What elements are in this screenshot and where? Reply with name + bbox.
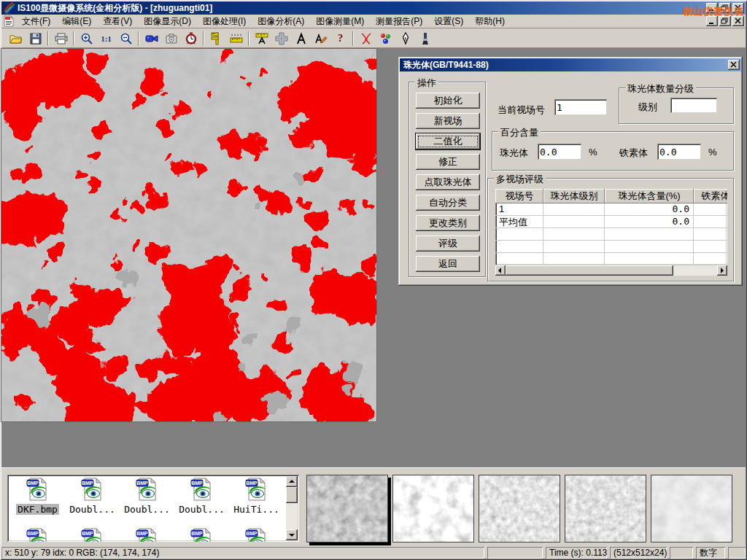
file-item[interactable]: BMP	[229, 528, 284, 542]
scroll-up-button[interactable]	[286, 476, 298, 487]
header-pearlite-grade: 珠光体级别	[543, 189, 605, 203]
menu-image-processing[interactable]: 图像处理(I)	[197, 14, 252, 29]
binarize-button[interactable]: 二值化	[416, 133, 480, 149]
file-item[interactable]: BMP	[10, 528, 65, 542]
pearlite-percent-sign: %	[589, 147, 597, 158]
rating-table[interactable]: 视场号 珠光体级别 珠光体含量(%) 铁素体 1 0.0 平均值	[495, 189, 727, 265]
menu-file[interactable]: 文件(F)	[16, 14, 56, 29]
ferrite-percent-input[interactable]	[657, 144, 701, 160]
open-file-button[interactable]	[6, 30, 26, 47]
menu-help[interactable]: 帮助(H)	[469, 14, 511, 29]
zoom-one-to-one-button[interactable]: 1:1	[96, 30, 116, 47]
file-item-huiti[interactable]: BMP HuiTi...	[229, 478, 284, 515]
zoom-in-button[interactable]	[77, 30, 96, 47]
toolbar-separator	[352, 31, 354, 46]
text-a-icon	[295, 32, 308, 45]
measure-annotate-button[interactable]	[252, 30, 271, 47]
grade-input[interactable]	[670, 98, 717, 113]
bmp-file-icon: BMP	[245, 528, 268, 542]
classify-points-button[interactable]	[376, 30, 395, 47]
snapshot-button[interactable]	[161, 30, 181, 47]
rate-button[interactable]: 评级	[416, 236, 480, 252]
scroll-left-button[interactable]	[495, 265, 506, 276]
open-folder-icon	[9, 32, 23, 45]
help-button[interactable]: ?	[330, 30, 350, 47]
bmp-file-icon: BMP	[26, 528, 50, 542]
thumbnail-1[interactable]	[306, 475, 388, 542]
file-item-doubl1[interactable]: BMP Doubl...	[65, 478, 120, 515]
dialog-close-button[interactable]	[728, 60, 740, 70]
cell-ferrite	[694, 216, 727, 228]
menu-edit[interactable]: 编辑(E)	[56, 14, 97, 29]
print-button[interactable]	[51, 30, 71, 47]
menu-view[interactable]: 查看(V)	[97, 14, 138, 29]
thumbnail-4[interactable]	[565, 475, 646, 542]
save-button[interactable]	[26, 30, 45, 47]
bmp-file-icon: BMP	[81, 478, 104, 503]
file-item-doubl2[interactable]: BMP Doubl...	[120, 478, 174, 515]
scrollbar-thumb[interactable]	[506, 265, 673, 276]
bmp-file-icon: BMP	[190, 478, 214, 503]
file-item[interactable]: BMP	[174, 528, 229, 542]
file-browser[interactable]: BMP DKF.bmp BMP Doubl... BMP Doubl... BM…	[7, 475, 299, 542]
metallograph-image-canvas[interactable]	[1, 49, 376, 421]
pen-tool-button[interactable]	[395, 30, 415, 47]
brush-icon	[419, 32, 432, 45]
bmp-file-icon: BMP	[81, 528, 104, 542]
file-item[interactable]: BMP	[120, 528, 174, 542]
correct-button[interactable]: 修正	[416, 154, 480, 170]
init-button[interactable]: 初始化	[416, 93, 480, 109]
change-class-button[interactable]: 更改类别	[416, 215, 480, 231]
text-tool-button[interactable]	[291, 30, 311, 47]
status-bar: x: 510 y: 79 idx: 0 RGB: (174, 174, 174)…	[1, 545, 746, 559]
bmp-file-icon: BMP	[136, 528, 159, 542]
new-field-button[interactable]: 新视场	[416, 113, 480, 129]
document-system-icon[interactable]	[3, 15, 15, 27]
grid-tool-button[interactable]	[271, 30, 291, 47]
operations-group: 操作 初始化 新视场 二值化 修正 点取珠光体 自动分类 更改类别 评级 返回	[409, 82, 486, 277]
table-row[interactable]: 平均值 0.0	[495, 216, 727, 228]
table-row[interactable]: 1 0.0	[495, 203, 727, 216]
pearlite-percent-input[interactable]	[538, 144, 581, 160]
fill-tool-button[interactable]	[415, 30, 435, 47]
file-item[interactable]: BMP	[65, 528, 120, 542]
return-button[interactable]: 返回	[416, 256, 480, 272]
dialog-title-bar[interactable]: 珠光体(GB/T9441-88)	[400, 58, 741, 71]
file-item-dkf[interactable]: BMP DKF.bmp	[10, 478, 65, 515]
thumbnail-2[interactable]	[392, 475, 474, 542]
timer-button[interactable]	[181, 30, 201, 47]
menu-measure-report[interactable]: 测量报告(P)	[370, 14, 428, 29]
text-edit-button[interactable]	[311, 30, 330, 47]
file-vertical-scrollbar[interactable]	[286, 476, 298, 540]
menu-image-measure[interactable]: 图像测量(M)	[310, 14, 370, 29]
ink-pen-icon	[399, 32, 412, 45]
zoom-out-button[interactable]	[116, 30, 136, 47]
bmp-file-icon: BMP	[26, 478, 50, 503]
file-item-doubl3[interactable]: BMP Doubl...	[174, 478, 229, 515]
svg-text:BMP: BMP	[27, 481, 39, 486]
svg-text:BMP: BMP	[82, 531, 93, 536]
menu-image-display[interactable]: 图像显示(D)	[138, 14, 197, 29]
current-field-input[interactable]	[554, 99, 607, 115]
video-capture-button[interactable]	[142, 30, 161, 47]
thumbnail-3[interactable]	[479, 475, 560, 542]
menu-bar: 文件(F) 编辑(E) 查看(V) 图像显示(D) 图像处理(I) 图像分析(A…	[1, 15, 746, 28]
cell-grade	[543, 203, 605, 216]
menu-settings[interactable]: 设置(S)	[428, 14, 469, 29]
cursor-position-panel: x: 510 y: 79 idx: 0 RGB: (174, 174, 174)	[1, 547, 484, 559]
cell-field-no: 平均值	[495, 216, 543, 228]
ruler-measure-button[interactable]	[226, 30, 246, 47]
scroll-down-button[interactable]	[286, 529, 298, 540]
curve-tool-button[interactable]	[356, 30, 376, 47]
pick-pearlite-button[interactable]: 点取珠光体	[416, 174, 480, 190]
menu-image-analysis[interactable]: 图像分析(A)	[252, 14, 310, 29]
thumbnail-strip	[306, 475, 732, 542]
thumbnail-5[interactable]	[651, 475, 732, 542]
ferrite-label: 铁素体	[619, 147, 648, 160]
table-horizontal-scrollbar[interactable]	[495, 265, 727, 276]
cell-content: 0.0	[605, 216, 694, 228]
auto-classify-button[interactable]: 自动分类	[416, 195, 480, 211]
scrollbar-thumb[interactable]	[286, 487, 298, 503]
scroll-right-button[interactable]	[717, 265, 727, 276]
caliper-measure-button[interactable]	[206, 30, 226, 47]
